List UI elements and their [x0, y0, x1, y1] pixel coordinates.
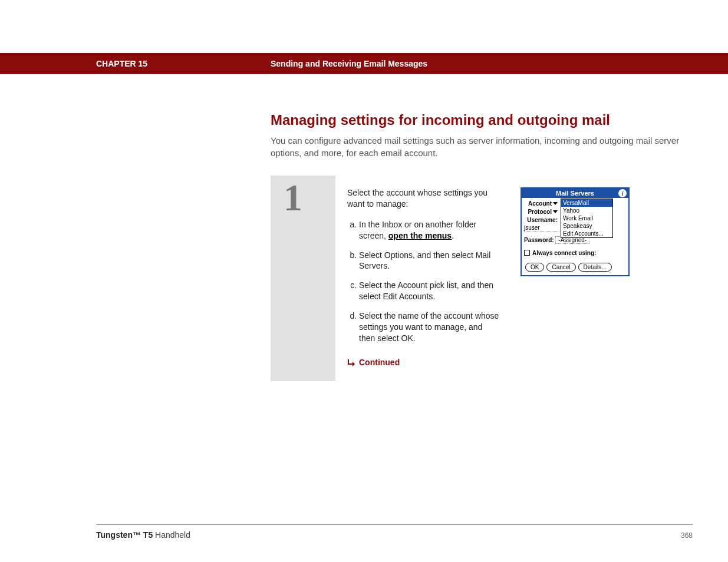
menu-item-editaccounts[interactable]: Edit Accounts... [561, 230, 612, 237]
cancel-button[interactable]: Cancel [546, 263, 575, 272]
chevron-down-icon [553, 210, 558, 213]
step-item-b: Select Options, and then select Mail Ser… [359, 250, 500, 272]
username-value[interactable]: jsuser [524, 224, 559, 232]
palm-title-bar: Mail Servers i [522, 189, 628, 198]
footer-divider [96, 524, 693, 525]
footer-brand: Tungsten™ T5 Handheld [96, 530, 190, 540]
ok-button[interactable]: OK [525, 263, 544, 272]
always-connect-label: Always connect using: [532, 250, 596, 256]
menu-item-versamail[interactable]: VersaMail [561, 199, 612, 207]
step-text: Select the account whose settings you wa… [347, 187, 500, 368]
continued-label: Continued [359, 357, 400, 368]
password-label: Password: [524, 237, 554, 243]
footer-brand-bold: Tungsten™ T5 [96, 530, 153, 540]
palm-screenshot: Mail Servers i Account Protocol Username… [521, 187, 630, 276]
always-connect-checkbox[interactable] [524, 250, 530, 256]
chapter-title: Sending and Receiving Email Messages [271, 59, 427, 68]
menu-item-workemail[interactable]: Work Email [561, 214, 612, 222]
account-picklist[interactable]: Account [528, 200, 558, 207]
step-a-suffix: . [452, 231, 454, 240]
step-item-d: Select the name of the account whose set… [359, 310, 500, 344]
footer-brand-rest: Handheld [153, 530, 190, 540]
open-menus-link[interactable]: open the menus [388, 231, 452, 240]
palm-top-area: Account Protocol Username: jsuser Ver [524, 199, 626, 232]
page-number: 368 [681, 531, 693, 540]
step-lead: Select the account whose settings you wa… [347, 187, 500, 210]
continued-row: Continued [347, 357, 500, 368]
step-list: In the Inbox or on another folder screen… [347, 219, 500, 344]
chapter-header-bar: CHAPTER 15 Sending and Receiving Email M… [0, 53, 728, 74]
details-button[interactable]: Details... [578, 263, 612, 272]
account-dropdown-menu: VersaMail Yahoo Work Email Speakeasy Edi… [561, 199, 613, 238]
palm-body: Account Protocol Username: jsuser Ver [522, 198, 628, 275]
username-label: Username: [524, 217, 559, 223]
step-number: 1 [271, 176, 335, 381]
step-item-a: In the Inbox or on another folder screen… [359, 219, 500, 242]
section-subtitle: You can configure advanced mail settings… [271, 134, 695, 159]
chevron-down-icon [553, 202, 558, 205]
menu-item-yahoo[interactable]: Yahoo [561, 207, 612, 214]
protocol-picklist[interactable]: Protocol [528, 209, 558, 215]
info-icon[interactable]: i [618, 189, 627, 197]
step-container: 1 Select the account whose settings you … [271, 176, 695, 381]
menu-item-speakeasy[interactable]: Speakeasy [561, 222, 612, 230]
step-body: Select the account whose settings you wa… [335, 176, 695, 381]
section-heading: Managing settings for incoming and outgo… [271, 112, 695, 128]
continued-arrow-icon [347, 358, 355, 366]
palm-buttons: OK Cancel Details... [524, 263, 626, 272]
content-area: Managing settings for incoming and outgo… [271, 112, 695, 381]
palm-title-text: Mail Servers [556, 190, 594, 197]
chapter-label: CHAPTER 15 [96, 59, 147, 68]
step-item-c: Select the Account pick list, and then s… [359, 280, 500, 302]
